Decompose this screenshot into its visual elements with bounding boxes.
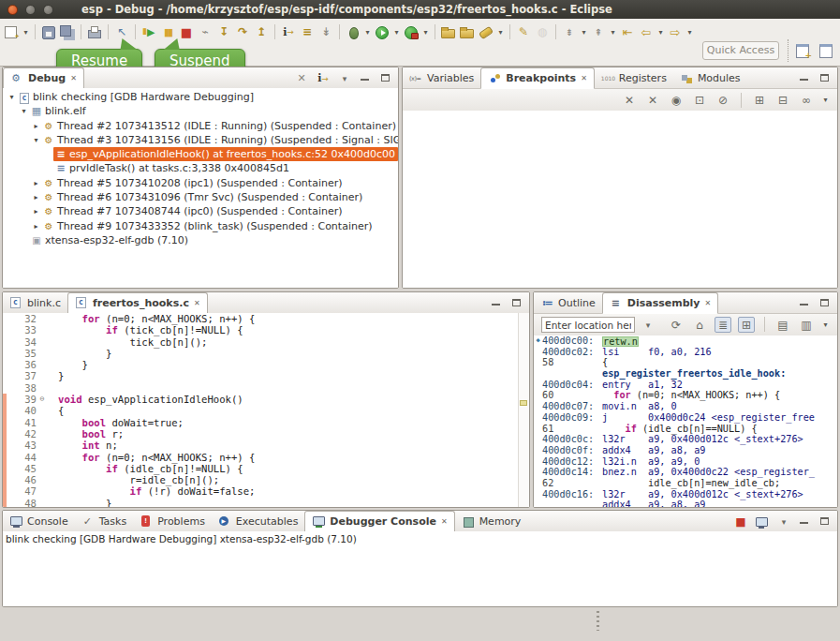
tab-close-icon[interactable]: ✕	[581, 74, 587, 82]
open-element-button[interactable]	[440, 24, 457, 40]
run-menu-button[interactable]: ▾	[392, 24, 401, 40]
step-over-button[interactable]: ↷	[234, 24, 251, 40]
tab-breakpoints[interactable]: Breakpoints ✕	[480, 67, 595, 89]
expander-icon[interactable]: ▾	[7, 90, 17, 104]
suspend-button[interactable]: ▮▮	[159, 24, 176, 40]
maximize-button[interactable]	[379, 72, 392, 84]
view-menu-button[interactable]: ▾	[821, 92, 830, 108]
maximize-button[interactable]	[510, 297, 523, 309]
debug-tree-row[interactable]: ▸ Thread #9 1073433352 (blink_task) (Sus…	[3, 219, 398, 233]
debug-tree-row[interactable]: ▸ Thread #2 1073413512 (IDLE : Running) …	[3, 119, 398, 133]
window-close-button[interactable]	[7, 5, 18, 15]
open-resource-button[interactable]	[459, 24, 476, 40]
new-menu-button[interactable]: ▾	[22, 24, 30, 40]
debug-tree-row[interactable]: esp_vApplicationIdleHook() at freertos_h…	[3, 147, 398, 161]
back-menu-button[interactable]: ▾	[656, 24, 665, 40]
fold-icon[interactable]	[37, 313, 48, 324]
remove-breakpoint-button[interactable]: ✕	[621, 92, 638, 108]
instruction-stepping-button[interactable]	[280, 24, 297, 40]
expander-icon[interactable]: ▾	[19, 104, 29, 118]
new-wizard-button[interactable]	[3, 24, 20, 40]
tab-close-icon[interactable]: ✕	[705, 299, 712, 307]
minimize-button[interactable]	[798, 72, 811, 84]
tab-tasks[interactable]: Tasks	[75, 512, 133, 531]
editor-gutter[interactable]: 43	[3, 440, 53, 451]
expander-icon[interactable]: ▸	[31, 176, 41, 190]
forward-button[interactable]: ⇨	[667, 24, 684, 40]
fold-icon[interactable]	[37, 498, 48, 507]
select-pointer-button[interactable]: ↖	[113, 24, 130, 40]
fold-icon[interactable]	[37, 485, 48, 497]
minimize-button[interactable]	[798, 297, 811, 309]
pin-view-button[interactable]: ▥	[798, 317, 815, 333]
debug-tree-row[interactable]: ▾ Thread #3 1073413156 (IDLE : Running) …	[3, 133, 398, 147]
step-into-button[interactable]: ↧	[215, 24, 232, 40]
maximize-button[interactable]	[818, 72, 832, 84]
editor-gutter[interactable]: 47	[3, 485, 53, 497]
fold-icon[interactable]	[37, 359, 48, 370]
home-button[interactable]: ⌂	[691, 317, 708, 333]
instruction-stepping-button[interactable]	[316, 72, 331, 84]
editor-gutter[interactable]: 45	[3, 463, 53, 474]
maximize-button[interactable]	[818, 297, 832, 309]
forward-menu-button[interactable]: ▾	[685, 24, 694, 40]
open-perspective-button[interactable]	[794, 41, 811, 58]
fold-icon[interactable]	[37, 382, 48, 394]
statusbar-grip[interactable]	[597, 611, 599, 631]
minimize-button[interactable]	[798, 515, 811, 528]
debugger-console-output[interactable]: blink checking [GDB Hardware Debugging] …	[3, 531, 837, 606]
step-filters-button[interactable]: ↡	[317, 24, 334, 40]
print-button[interactable]	[86, 24, 103, 40]
debug-button[interactable]	[345, 24, 361, 40]
tab-modules[interactable]: Modules	[673, 68, 747, 88]
track-expression-button[interactable]: ⊞	[738, 317, 755, 333]
toggle-mark-occurrences-button[interactable]: ✎	[515, 24, 532, 40]
expander-icon[interactable]: ▸	[31, 119, 41, 133]
tab-disassembly[interactable]: Disassembly ✕	[602, 292, 718, 314]
debug-menu-button[interactable]: ▾	[363, 24, 372, 40]
fold-icon[interactable]	[37, 463, 48, 474]
tab-registers[interactable]: Registers	[595, 68, 673, 88]
tab-variables[interactable]: Variables	[403, 68, 480, 88]
disconnect-button[interactable]: ⌁	[197, 24, 214, 40]
next-annotation-menu-button[interactable]: ▾	[580, 24, 588, 40]
terminate-button[interactable]: ■	[178, 24, 195, 40]
previous-annotation-button[interactable]: ⇞	[590, 24, 607, 40]
fold-icon[interactable]	[37, 428, 48, 440]
editor-gutter[interactable]: 33	[3, 324, 53, 335]
previous-annotation-menu-button[interactable]: ▾	[609, 24, 617, 40]
cpp-perspective-button[interactable]	[818, 41, 834, 58]
overview-ruler[interactable]	[518, 313, 529, 507]
collapse-all-button[interactable]: ⊟	[774, 92, 791, 108]
maximize-button[interactable]	[818, 515, 832, 528]
disassembly-location-input[interactable]	[541, 317, 635, 333]
tab-freertos-hooks-c[interactable]: freertos_hooks.c ✕	[67, 292, 208, 314]
fold-icon[interactable]	[37, 324, 48, 335]
tab-console[interactable]: Console	[3, 512, 75, 531]
fold-icon[interactable]	[37, 336, 48, 348]
remove-all-terminated-button[interactable]: ✕	[295, 72, 308, 84]
expander-icon[interactable]: ▸	[31, 219, 41, 233]
debug-tree-row[interactable]: prvIdleTask() at tasks.c:3,338 0x400845d…	[3, 161, 398, 175]
editor-gutter[interactable]: 42	[3, 428, 53, 440]
fold-icon[interactable]	[37, 370, 48, 381]
fold-icon[interactable]	[37, 440, 48, 451]
fold-icon[interactable]	[37, 405, 48, 416]
editor-gutter[interactable]: 46	[3, 474, 53, 485]
back-button[interactable]: ⇦	[638, 24, 655, 40]
next-annotation-button[interactable]: ⇟	[561, 24, 578, 40]
refresh-button[interactable]: ⟳	[668, 317, 685, 333]
step-return-button[interactable]: ↥	[253, 24, 270, 40]
tab-close-icon[interactable]: ✕	[194, 299, 200, 307]
debug-tree-row[interactable]: ▸ Thread #5 1073410208 (ipc1) (Suspended…	[3, 176, 398, 190]
show-supported-breakpoints-button[interactable]: ◉	[668, 92, 685, 108]
fold-icon[interactable]	[37, 417, 48, 428]
group-by-button[interactable]: ∞	[798, 92, 815, 108]
fold-icon[interactable]: ⊖	[37, 394, 48, 405]
tab-outline[interactable]: Outline	[534, 293, 602, 313]
tab-memory[interactable]: Memory	[455, 512, 528, 531]
editor-gutter[interactable]: 35	[3, 348, 53, 359]
view-menu-button[interactable]: ▾	[821, 317, 830, 333]
tab-close-icon[interactable]: ✕	[441, 517, 448, 526]
last-edit-location-button[interactable]: ⇤	[619, 24, 636, 40]
